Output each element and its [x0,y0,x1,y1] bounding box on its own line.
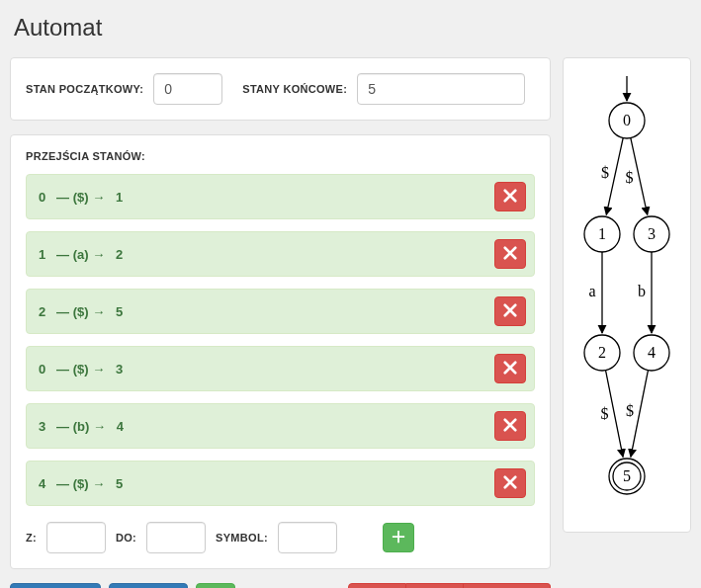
close-icon [503,189,517,206]
svg-text:4: 4 [648,344,656,361]
transition-row: 3 — (b) → 4 [26,403,535,449]
plus-icon [392,530,405,546]
transitions-heading: PRZEJŚCIA STANÓW: [26,150,535,162]
transition-text: 2 — ($) → 5 [39,304,123,319]
add-to-input[interactable] [146,522,206,553]
svg-text:b: b [638,283,646,299]
graph-panel: $$ab$$013245 [563,57,691,533]
delete-transition-button[interactable] [494,239,526,269]
automaton-graph: $$ab$$013245 [568,66,686,521]
delete-transition-button[interactable] [494,468,526,498]
action-bar: Konwertuj Generuj NAS DAS Min. DAS [10,583,551,588]
add-from-label: Z: [26,532,37,544]
min-das-button[interactable]: Min. DAS [464,583,551,588]
nas-button[interactable]: NAS [348,583,406,588]
states-panel: STAN POCZĄTKOWY: STANY KOŃCOWE: [10,57,551,121]
transitions-panel: PRZEJŚCIA STANÓW: 0 — ($) → 11 — (a) → 2… [10,134,551,569]
svg-text:a: a [588,283,595,299]
delete-transition-button[interactable] [494,182,526,211]
transition-text: 0 — ($) → 1 [39,190,123,205]
transition-text: 1 — (a) → 2 [39,247,123,262]
final-states-label: STANY KOŃCOWE: [242,83,347,95]
page-title: Automat [14,14,691,42]
delete-transition-button[interactable] [494,354,526,383]
svg-text:$: $ [600,405,608,422]
close-icon [503,361,517,378]
add-transition-button[interactable] [383,523,414,552]
add-symbol-label: SYMBOL: [216,532,268,544]
add-from-input[interactable] [46,522,106,553]
svg-text:1: 1 [598,225,606,242]
transition-text: 0 — ($) → 3 [39,362,123,377]
transition-text: 3 — (b) → 4 [39,419,124,434]
add-symbol-input[interactable] [278,522,337,553]
svg-text:$: $ [626,169,634,186]
svg-text:0: 0 [623,112,631,128]
delete-transition-button[interactable] [494,411,526,441]
shuffle-button[interactable] [196,583,235,588]
svg-text:5: 5 [623,467,631,484]
close-icon [503,475,517,492]
close-icon [503,418,517,435]
transition-row: 1 — (a) → 2 [26,231,535,277]
convert-button[interactable]: Konwertuj [10,583,101,588]
svg-text:3: 3 [648,225,656,242]
transition-row: 4 — ($) → 5 [26,461,535,506]
das-button[interactable]: DAS [406,583,464,588]
svg-text:$: $ [601,164,609,181]
start-state-label: STAN POCZĄTKOWY: [26,83,143,95]
mode-buttons: NAS DAS Min. DAS [348,583,551,588]
svg-text:$: $ [626,402,634,419]
close-icon [503,303,517,320]
start-state-input[interactable] [153,73,222,105]
transition-row: 2 — ($) → 5 [26,289,535,334]
transition-row: 0 — ($) → 1 [26,174,535,219]
add-to-label: DO: [116,532,136,544]
close-icon [503,246,517,263]
delete-transition-button[interactable] [494,296,526,326]
transition-text: 4 — ($) → 5 [39,476,123,491]
svg-text:2: 2 [598,344,606,361]
final-states-input[interactable] [357,73,525,105]
transition-row: 0 — ($) → 3 [26,346,535,391]
generate-button[interactable]: Generuj [109,583,188,588]
